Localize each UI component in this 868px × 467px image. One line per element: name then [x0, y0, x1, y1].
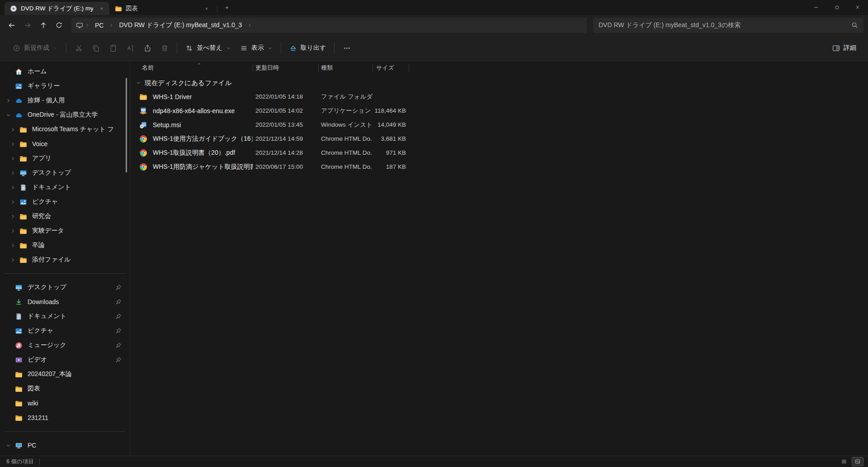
- share-button[interactable]: [139, 40, 156, 56]
- expand-chevron-icon[interactable]: [10, 127, 16, 133]
- sidebar-separator: [5, 273, 125, 274]
- sort-button[interactable]: 並べ替え: [181, 40, 236, 56]
- explorer-tab[interactable]: DVD RW ドライブ (E:) myBeat_st: [5, 2, 109, 15]
- sidebar-item-pc[interactable]: PC: [0, 438, 130, 453]
- cut-icon: [75, 44, 83, 52]
- sidebar-item[interactable]: ビデオ: [0, 353, 130, 367]
- expand-chevron-icon[interactable]: [10, 141, 16, 147]
- column-header-size[interactable]: サイズ: [373, 64, 409, 72]
- sidebar-item[interactable]: OneDrive - 富山県立大学: [0, 108, 130, 122]
- file-row[interactable]: Setup.msi 2022/01/05 13:45 Windows インストー…: [136, 118, 868, 132]
- breadcrumb-item[interactable]: DVD RW ドライブ (E:) myBeat_std_v1.0_3: [115, 20, 245, 31]
- sidebar-item-label: ドキュメント: [28, 312, 115, 320]
- column-divider[interactable]: [409, 64, 409, 72]
- sidebar-item[interactable]: デスクトップ: [0, 280, 130, 295]
- sidebar-item[interactable]: アプリ: [0, 151, 130, 166]
- breadcrumb[interactable]: PC DVD RW ドライブ (E:) myBeat_std_v1.0_3: [71, 18, 587, 33]
- sidebar-item[interactable]: Downloads: [0, 295, 130, 309]
- sidebar-item-label: 添付ファイル: [32, 256, 115, 264]
- eject-button[interactable]: 取り出す: [285, 40, 331, 56]
- new-button[interactable]: 新規作成: [8, 40, 62, 56]
- tab-close-button[interactable]: [202, 4, 212, 14]
- sidebar-item[interactable]: 卒論: [0, 238, 130, 253]
- maximize-button[interactable]: [826, 0, 847, 14]
- sidebar-scrollbar[interactable]: [126, 78, 127, 172]
- forward-button[interactable]: [19, 18, 35, 33]
- sidebar-item[interactable]: Microsoft Teams チャット ファイル: [0, 122, 130, 137]
- delete-button[interactable]: [156, 40, 173, 56]
- expand-chevron-icon[interactable]: [10, 214, 16, 219]
- expand-chevron-icon[interactable]: [10, 185, 16, 191]
- copy-button[interactable]: [87, 40, 104, 56]
- file-row[interactable]: WHS-1用防滴ジャケット取扱説明書（2）.p... 2020/06/17 15…: [136, 160, 868, 174]
- sidebar-item[interactable]: 231211: [0, 410, 130, 425]
- column-divider[interactable]: [318, 64, 319, 72]
- file-row[interactable]: WHS-1取扱説明書（20）.pdf 2021/12/14 14:28 Chro…: [136, 146, 868, 160]
- up-button[interactable]: [35, 18, 51, 33]
- paste-button[interactable]: [104, 40, 122, 56]
- sidebar-item[interactable]: 捺輝 - 個人用: [0, 93, 130, 108]
- sidebar-item[interactable]: ミュージック: [0, 338, 130, 353]
- expand-chevron-icon[interactable]: [5, 443, 11, 448]
- minimize-button[interactable]: [806, 0, 826, 14]
- file-name-cell: WHS-1用防滴ジャケット取扱説明書（2）.p...: [136, 163, 253, 171]
- details-view-button[interactable]: [838, 457, 850, 466]
- expand-chevron-icon[interactable]: [10, 243, 16, 248]
- share-icon: [144, 44, 151, 52]
- sidebar-item[interactable]: ピクチャ: [0, 324, 130, 338]
- close-button[interactable]: [847, 0, 868, 14]
- new-tab-button[interactable]: [220, 1, 234, 14]
- column-header-date[interactable]: 更新日時: [253, 64, 318, 72]
- plus-icon: [224, 5, 230, 10]
- sidebar-item[interactable]: 20240207_本論: [0, 367, 130, 381]
- sidebar-item[interactable]: 研究会: [0, 209, 130, 224]
- more-options-button[interactable]: [338, 40, 355, 56]
- view-button[interactable]: 表示: [236, 40, 277, 56]
- thumbnail-view-button[interactable]: [852, 457, 863, 466]
- sidebar-item[interactable]: ホーム: [0, 64, 130, 79]
- sidebar-item[interactable]: 図表: [0, 381, 130, 396]
- expand-chevron-icon[interactable]: [10, 228, 16, 234]
- column-header-type[interactable]: 種類: [318, 64, 373, 72]
- sidebar-item[interactable]: ドキュメント: [0, 180, 130, 195]
- explorer-tab[interactable]: 図表: [109, 2, 214, 15]
- column-divider[interactable]: [253, 64, 253, 72]
- column-header-name[interactable]: 名前: [136, 64, 253, 72]
- expand-chevron-icon[interactable]: [5, 98, 11, 104]
- sidebar-item[interactable]: 添付ファイル: [0, 253, 130, 267]
- chevron-right-icon: [247, 23, 252, 28]
- file-name: ndp48-x86-x64-allos-enu.exe: [153, 107, 235, 114]
- expand-chevron-icon[interactable]: [10, 156, 16, 162]
- maximize-icon: [835, 5, 840, 10]
- sidebar-item[interactable]: ドキュメント: [0, 309, 130, 324]
- expand-chevron-icon[interactable]: [5, 112, 11, 118]
- back-button[interactable]: [4, 18, 19, 33]
- breadcrumb-item[interactable]: PC: [91, 20, 107, 30]
- sidebar-item-icon: [19, 213, 27, 220]
- sidebar-item-label: wiki: [28, 400, 115, 407]
- sidebar-item[interactable]: デスクトップ: [0, 166, 130, 180]
- rename-button[interactable]: [122, 40, 139, 56]
- sidebar-item[interactable]: 実験データ: [0, 224, 130, 238]
- expand-chevron-icon[interactable]: [10, 199, 16, 205]
- file-date: 2022/01/05 14:18: [253, 93, 318, 100]
- refresh-button[interactable]: [51, 18, 67, 33]
- search-box[interactable]: DVD RW ドライブ (E:) myBeat_std_v1.0_3の検索: [593, 18, 863, 33]
- details-pane-toggle[interactable]: 詳細: [829, 40, 860, 56]
- cut-button[interactable]: [70, 40, 87, 56]
- sidebar-item[interactable]: ギャラリー: [0, 79, 130, 93]
- expand-chevron-icon[interactable]: [10, 170, 16, 176]
- sidebar-item[interactable]: ピクチャ: [0, 195, 130, 209]
- sidebar-item[interactable]: wiki: [0, 396, 130, 410]
- file-row[interactable]: WHS-1 Driver 2022/01/05 14:18 ファイル フォルダー: [136, 90, 868, 104]
- forward-icon: [24, 22, 31, 29]
- sidebar-item-icon: [15, 327, 23, 335]
- expand-chevron-icon[interactable]: [10, 257, 16, 263]
- group-header[interactable]: 現在ディスクにあるファイル: [136, 76, 868, 90]
- sidebar-item[interactable]: Voice: [0, 137, 130, 151]
- column-divider[interactable]: [373, 64, 373, 72]
- search-placeholder: DVD RW ドライブ (E:) myBeat_std_v1.0_3の検索: [599, 21, 851, 29]
- file-row[interactable]: ndp48-x86-x64-allos-enu.exe 2022/01/05 1…: [136, 104, 868, 118]
- tab-close-button[interactable]: [97, 4, 107, 14]
- file-row[interactable]: WHS-1使用方法ガイドブック（16）.pdf 2021/12/14 14:59…: [136, 132, 868, 146]
